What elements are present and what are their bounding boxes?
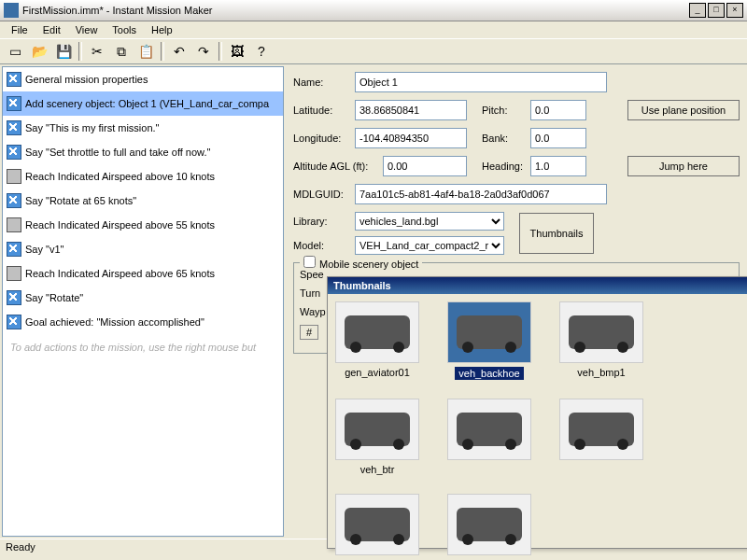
list-item[interactable]: Goal achieved: "Mission accomplished"	[3, 310, 283, 334]
thumbnail-item[interactable]	[447, 494, 531, 559]
thumbnails-panel: Thumbnails gen_aviator01veh_backhoeveh_b…	[327, 276, 747, 549]
action-icon	[7, 242, 21, 257]
list-item-label: Reach Indicated Airspeed above 65 knots	[25, 268, 215, 279]
gauge-icon	[7, 266, 21, 281]
name-label: Name:	[293, 77, 349, 88]
latitude-label: Latitude:	[293, 105, 349, 116]
paste-icon[interactable]: 📋	[134, 40, 157, 63]
model-label: Model:	[293, 240, 349, 251]
save-icon[interactable]: 💾	[52, 40, 75, 63]
titlebar: FirstMission.imm* - Instant Mission Make…	[0, 0, 747, 21]
app-icon	[4, 3, 19, 18]
thumbnails-title: Thumbnails	[328, 277, 747, 294]
heading-label: Heading:	[482, 161, 525, 172]
close-button[interactable]: ×	[726, 3, 743, 18]
library-label: Library:	[293, 216, 349, 227]
thumbnails-button[interactable]: Thumbnails	[519, 213, 594, 254]
name-input[interactable]	[355, 72, 607, 92]
menu-view[interactable]: View	[68, 22, 106, 37]
longitude-label: Longitude:	[293, 133, 349, 144]
pitch-input[interactable]	[530, 100, 586, 120]
list-item[interactable]: Reach Indicated Airspeed above 10 knots	[3, 164, 283, 189]
list-item[interactable]: Say "Rotate at 65 knots"	[3, 189, 283, 213]
thumbnail-item[interactable]	[559, 399, 643, 475]
image-icon[interactable]: 🖼	[226, 40, 248, 63]
library-select[interactable]: vehicles_land.bgl	[355, 212, 504, 231]
use-plane-position-button[interactable]: Use plane position	[627, 100, 740, 120]
vehicle-icon	[447, 301, 531, 363]
new-icon[interactable]: ▭	[4, 40, 26, 63]
pitch-label: Pitch:	[482, 105, 525, 116]
list-item-label: Say "v1"	[25, 244, 63, 255]
toolbar: ▭📂💾✂⧉📋↶↷🖼?	[0, 39, 747, 64]
list-item-label: Say "Set throttle to full and take off n…	[25, 147, 210, 158]
undo-icon[interactable]: ↶	[168, 40, 190, 63]
thumbnail-item[interactable]: gen_aviator01	[335, 301, 419, 380]
list-item[interactable]: Reach Indicated Airspeed above 55 knots	[3, 213, 283, 237]
redo-icon[interactable]: ↷	[192, 40, 215, 63]
bank-label: Bank:	[482, 133, 525, 144]
list-item-label: General mission properties	[25, 74, 148, 85]
list-item[interactable]: General mission properties	[3, 67, 283, 91]
list-item[interactable]: Say "Rotate"	[3, 286, 283, 310]
list-item-label: Goal achieved: "Mission accomplished"	[25, 316, 204, 328]
thumbnail-label: gen_aviator01	[345, 367, 410, 378]
jump-here-button[interactable]: Jump here	[627, 156, 740, 176]
altitude-label: Altitude AGL (ft):	[293, 161, 377, 172]
vehicle-icon	[335, 399, 419, 460]
menubar: FileEditViewToolsHelp	[0, 21, 747, 39]
gauge-icon	[7, 169, 21, 184]
list-item-label: Add scenery object: Object 1 (VEH_Land_c…	[25, 98, 269, 109]
window-title: FirstMission.imm* - Instant Mission Make…	[22, 5, 689, 16]
model-select[interactable]: VEH_Land_car_compact2_red	[355, 236, 504, 255]
list-item-label: Say "Rotate at 65 knots"	[25, 195, 136, 206]
menu-file[interactable]: File	[4, 22, 35, 37]
maximize-button[interactable]: □	[708, 3, 725, 18]
list-item-label: Say "This is my first mission."	[25, 122, 160, 133]
longitude-input[interactable]	[355, 128, 467, 148]
menu-help[interactable]: Help	[144, 22, 180, 37]
vehicle-icon	[447, 494, 531, 555]
thumbnail-label: veh_btr	[360, 464, 395, 475]
action-list[interactable]: General mission propertiesAdd scenery ob…	[2, 66, 284, 537]
menu-edit[interactable]: Edit	[35, 22, 68, 37]
action-icon	[7, 145, 21, 160]
vehicle-icon	[559, 301, 643, 363]
minimize-button[interactable]: _	[689, 3, 706, 18]
action-icon	[7, 72, 21, 87]
list-item[interactable]: Say "v1"	[3, 237, 283, 261]
thumbnail-item[interactable]	[335, 494, 419, 559]
cut-icon[interactable]: ✂	[86, 40, 108, 63]
vehicle-icon	[559, 399, 643, 460]
mobile-scenery-label: Mobile scenery object	[319, 259, 418, 270]
copy-icon[interactable]: ⧉	[110, 40, 133, 63]
open-icon[interactable]: 📂	[28, 40, 50, 63]
mobile-scenery-checkbox[interactable]	[303, 256, 316, 268]
thumbnail-item[interactable]	[447, 399, 531, 475]
heading-input[interactable]	[530, 156, 586, 176]
list-item-label: Reach Indicated Airspeed above 55 knots	[25, 219, 215, 231]
thumbnail-label: veh_backhoe	[455, 367, 523, 380]
bank-input[interactable]	[530, 128, 586, 148]
action-icon	[7, 193, 21, 208]
mdlguid-input[interactable]	[355, 184, 607, 204]
latitude-input[interactable]	[355, 100, 467, 120]
menu-tools[interactable]: Tools	[105, 22, 144, 37]
list-item[interactable]: Add scenery object: Object 1 (VEH_Land_c…	[3, 91, 283, 116]
gauge-icon	[7, 217, 21, 232]
list-item[interactable]: Reach Indicated Airspeed above 65 knots	[3, 261, 283, 286]
sidebar-hint: To add actions to the mission, use the r…	[3, 334, 283, 360]
list-item[interactable]: Say "This is my first mission."	[3, 116, 283, 140]
action-icon	[7, 315, 21, 329]
thumbnail-item[interactable]: veh_backhoe	[447, 301, 531, 380]
thumbnail-item[interactable]: veh_bmp1	[559, 301, 643, 380]
action-icon	[7, 290, 21, 305]
thumbnail-item[interactable]: veh_btr	[335, 399, 419, 475]
list-item-label: Reach Indicated Airspeed above 10 knots	[25, 171, 215, 182]
vehicle-icon	[447, 399, 531, 460]
mdlguid-label: MDLGUID:	[293, 189, 349, 200]
list-item[interactable]: Say "Set throttle to full and take off n…	[3, 140, 283, 164]
help-icon[interactable]: ?	[250, 40, 273, 63]
altitude-input[interactable]	[383, 156, 467, 176]
action-icon	[7, 120, 21, 135]
